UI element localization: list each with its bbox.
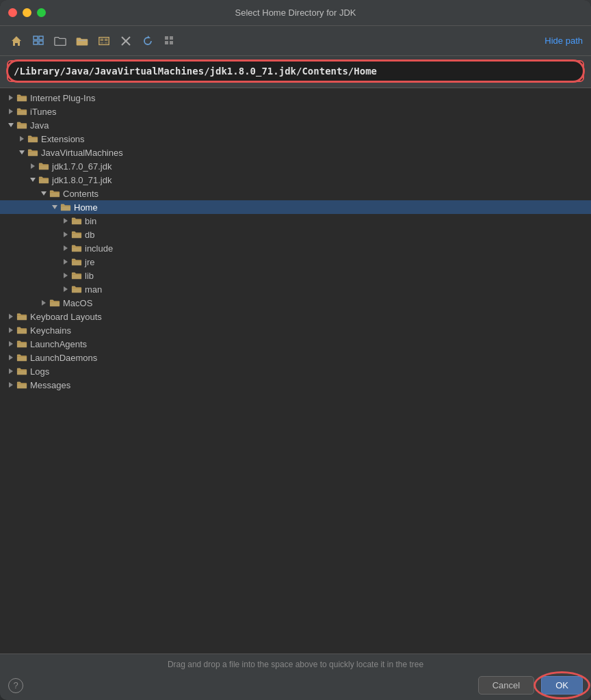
folder-icon bbox=[16, 353, 27, 362]
folder-icon bbox=[71, 216, 82, 226]
tree-toggle-icon[interactable] bbox=[16, 147, 27, 158]
tree-item-label: jre bbox=[85, 257, 586, 267]
tree-item[interactable]: Keychains bbox=[0, 323, 591, 337]
tree-toggle-icon[interactable] bbox=[5, 311, 16, 322]
dots-icon[interactable] bbox=[160, 31, 179, 51]
tree-item[interactable]: man bbox=[0, 282, 591, 296]
tree-item-label: iTunes bbox=[30, 107, 586, 117]
tree-toggle-icon[interactable] bbox=[60, 215, 71, 226]
home-icon[interactable] bbox=[7, 31, 26, 51]
tree-toggle-icon[interactable] bbox=[16, 133, 27, 144]
thumbnail-icon[interactable] bbox=[94, 31, 114, 51]
path-input[interactable] bbox=[11, 63, 580, 79]
tree-toggle-icon[interactable] bbox=[5, 106, 16, 117]
file-tree[interactable]: Internet Plug-Ins iTunes Java Extensions… bbox=[0, 88, 591, 654]
tree-item-label: JavaVirtualMachines bbox=[41, 148, 586, 158]
footer: Drag and drop a file into the space abov… bbox=[0, 654, 591, 700]
tree-item[interactable]: MacOS bbox=[0, 296, 591, 310]
tree-toggle-icon[interactable] bbox=[27, 174, 38, 185]
svg-rect-4 bbox=[39, 41, 43, 44]
tree-item-label: Contents bbox=[63, 189, 586, 199]
tree-toggle-icon[interactable] bbox=[27, 161, 38, 172]
tree-toggle-icon[interactable] bbox=[5, 325, 16, 336]
folder-icon bbox=[49, 189, 60, 198]
tree-item[interactable]: Java bbox=[0, 118, 591, 132]
tree-item[interactable]: Logs bbox=[0, 364, 591, 378]
tree-toggle-icon[interactable] bbox=[38, 297, 49, 308]
tree-toggle-icon[interactable] bbox=[38, 188, 49, 199]
tree-item-label: Home bbox=[74, 202, 586, 213]
tree-item[interactable]: Messages bbox=[0, 378, 591, 392]
tree-item[interactable]: Keyboard Layouts bbox=[0, 310, 591, 323]
tree-toggle-icon[interactable] bbox=[60, 256, 71, 267]
tree-item-label: jdk1.8.0_71.jdk bbox=[52, 175, 586, 185]
svg-marker-24 bbox=[41, 191, 47, 196]
svg-rect-13 bbox=[165, 36, 168, 40]
folder-icon bbox=[16, 380, 27, 390]
tree-toggle-icon[interactable] bbox=[60, 284, 71, 295]
folder-icon bbox=[38, 175, 49, 185]
delete-icon[interactable] bbox=[116, 31, 135, 51]
tree-item-label: jdk1.7.0_67.jdk bbox=[52, 161, 586, 172]
help-button[interactable]: ? bbox=[8, 678, 23, 693]
tree-item-label: Keychains bbox=[30, 325, 586, 336]
svg-marker-20 bbox=[20, 136, 24, 142]
tree-toggle-icon[interactable] bbox=[5, 92, 16, 103]
ok-button[interactable]: OK bbox=[541, 676, 583, 695]
close-button[interactable] bbox=[8, 8, 17, 17]
folder-icon bbox=[16, 366, 27, 376]
tree-toggle-icon[interactable] bbox=[60, 270, 71, 281]
folder-icon bbox=[16, 107, 27, 116]
window-title: Select Home Directory for JDK bbox=[235, 8, 356, 18]
footer-hint: Drag and drop a file into the space abov… bbox=[8, 660, 583, 669]
tree-item[interactable]: bin bbox=[0, 214, 591, 228]
svg-marker-22 bbox=[31, 163, 35, 169]
tree-toggle-icon[interactable] bbox=[5, 120, 16, 131]
svg-rect-6 bbox=[101, 38, 104, 41]
tree-item[interactable]: LaunchDaemons bbox=[0, 351, 591, 364]
tree-item[interactable]: Internet Plug-Ins bbox=[0, 91, 591, 105]
cancel-button[interactable]: Cancel bbox=[478, 676, 534, 695]
minimize-button[interactable] bbox=[23, 8, 31, 17]
tree-item[interactable]: LaunchAgents bbox=[0, 337, 591, 351]
tree-toggle-icon[interactable] bbox=[60, 243, 71, 254]
tree-item[interactable]: include bbox=[0, 241, 591, 255]
tree-item-label: Java bbox=[30, 120, 586, 131]
svg-marker-27 bbox=[64, 232, 68, 237]
tree-item[interactable]: db bbox=[0, 228, 591, 241]
tree-item-label: Extensions bbox=[41, 134, 586, 144]
tree-item[interactable]: JavaVirtualMachines bbox=[0, 146, 591, 159]
tree-item-label: Keyboard Layouts bbox=[30, 312, 586, 322]
svg-marker-26 bbox=[64, 218, 68, 224]
tree-item[interactable]: jdk1.8.0_71.jdk bbox=[0, 173, 591, 187]
tree-item[interactable]: jre bbox=[0, 255, 591, 269]
svg-marker-32 bbox=[42, 300, 46, 306]
svg-marker-23 bbox=[30, 178, 36, 182]
tree-toggle-icon[interactable] bbox=[49, 202, 60, 213]
tree-item[interactable]: iTunes bbox=[0, 105, 591, 118]
path-area bbox=[0, 56, 591, 88]
tree-item[interactable]: lib bbox=[0, 269, 591, 282]
tree-toggle-icon[interactable] bbox=[5, 352, 16, 363]
tree-item[interactable]: Home bbox=[0, 200, 591, 214]
svg-marker-29 bbox=[64, 259, 68, 265]
tree-toggle-icon[interactable] bbox=[5, 366, 16, 377]
tree-item-label: include bbox=[85, 243, 586, 254]
tree-toggle-icon[interactable] bbox=[5, 379, 16, 390]
tree-item[interactable]: Extensions bbox=[0, 132, 591, 146]
new-folder-icon[interactable] bbox=[51, 31, 70, 51]
tree-item[interactable]: jdk1.7.0_67.jdk bbox=[0, 159, 591, 173]
folder-icon bbox=[27, 148, 38, 157]
svg-rect-7 bbox=[105, 38, 108, 41]
maximize-button[interactable] bbox=[37, 8, 46, 17]
refresh-icon[interactable] bbox=[138, 31, 157, 51]
svg-marker-37 bbox=[9, 368, 13, 374]
grid-icon[interactable] bbox=[29, 31, 48, 51]
tree-toggle-icon[interactable] bbox=[60, 229, 71, 240]
tree-item-label: LaunchDaemons bbox=[30, 353, 586, 363]
open-folder-icon[interactable] bbox=[73, 31, 92, 51]
folder-icon bbox=[27, 134, 38, 144]
hide-path-link[interactable]: Hide path bbox=[544, 36, 583, 46]
tree-toggle-icon[interactable] bbox=[5, 338, 16, 349]
tree-item[interactable]: Contents bbox=[0, 187, 591, 200]
